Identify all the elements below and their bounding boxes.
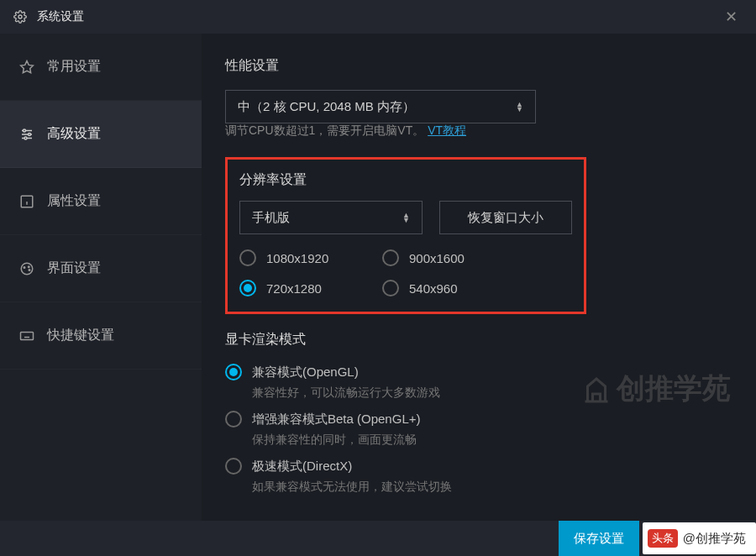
svg-point-11	[21, 263, 33, 275]
sliders-icon	[18, 126, 35, 143]
render-mode-label: 兼容模式(OpenGL)	[252, 365, 359, 380]
perf-select[interactable]: 中（2 核 CPU, 2048 MB 内存） ▲▼	[225, 90, 536, 123]
content-panel: 性能设置 中（2 核 CPU, 2048 MB 内存） ▲▼ 调节CPU数超过1…	[202, 34, 756, 521]
svg-point-6	[29, 133, 31, 135]
render-mode-label: 增强兼容模式Beta (OpenGL+)	[252, 412, 420, 427]
render-mode-desc: 如果兼容模式无法使用，建议尝试切换	[252, 480, 731, 495]
render-mode-0[interactable]: 兼容模式(OpenGL)	[225, 364, 731, 380]
render-mode-label: 极速模式(DirectX)	[252, 459, 352, 475]
sidebar-item-properties[interactable]: 属性设置	[0, 168, 202, 235]
svg-point-0	[18, 15, 22, 18]
svg-point-14	[29, 269, 30, 270]
sidebar-item-ui[interactable]: 界面设置	[0, 235, 202, 302]
radio-icon	[382, 280, 399, 296]
keyboard-icon	[18, 328, 35, 344]
palette-icon	[18, 260, 35, 277]
close-icon[interactable]: ✕	[718, 4, 744, 29]
star-icon	[18, 59, 35, 76]
resolution-highlight: 分辨率设置 手机版 ▲▼ 恢复窗口大小 1080x1920 900x1600	[225, 157, 586, 314]
info-icon	[18, 193, 35, 210]
radio-icon	[239, 280, 256, 296]
sidebar: 常用设置 高级设置 属性设置 界面设置 快捷键设置	[0, 34, 202, 521]
sidebar-item-label: 界面设置	[47, 260, 101, 277]
bottombar: 保存设置 头条 @创推学苑	[0, 521, 756, 556]
svg-point-13	[29, 266, 30, 268]
sidebar-item-label: 常用设置	[47, 58, 101, 76]
attribution-badge: 头条 @创推学苑	[643, 522, 756, 554]
render-mode-2[interactable]: 极速模式(DirectX)	[225, 458, 731, 475]
sidebar-item-label: 属性设置	[47, 192, 101, 210]
resolution-option-0[interactable]: 1080x1920	[239, 249, 382, 266]
radio-icon	[382, 249, 399, 266]
radio-icon	[225, 364, 242, 380]
restore-window-button[interactable]: 恢复窗口大小	[439, 201, 572, 234]
render-modes: 兼容模式(OpenGL) 兼容性好，可以流畅运行大多数游戏 增强兼容模式Beta…	[225, 364, 731, 495]
window-title: 系统设置	[37, 9, 84, 24]
resolution-mode-select[interactable]: 手机版 ▲▼	[239, 201, 423, 234]
vt-tutorial-link[interactable]: VT教程	[428, 123, 466, 137]
sidebar-item-label: 高级设置	[47, 125, 101, 143]
resolution-option-label: 900x1600	[409, 251, 465, 265]
resolution-option-3[interactable]: 540x960	[382, 280, 525, 296]
chevron-updown-icon: ▲▼	[516, 102, 523, 112]
svg-point-5	[24, 129, 26, 132]
resolution-options: 1080x1920 900x1600 720x1280 540x960	[239, 249, 572, 296]
radio-icon	[225, 458, 242, 475]
gear-icon	[12, 8, 29, 25]
radio-icon	[225, 411, 242, 427]
resolution-option-label: 540x960	[409, 281, 458, 296]
resolution-section-title: 分辨率设置	[239, 171, 572, 189]
save-button-label: 保存设置	[574, 531, 624, 547]
render-section-title: 显卡渲染模式	[225, 331, 731, 349]
restore-window-label: 恢复窗口大小	[468, 210, 543, 226]
render-mode-desc: 保持兼容性的同时，画面更流畅	[252, 433, 731, 448]
render-mode-desc: 兼容性好，可以流畅运行大多数游戏	[252, 386, 731, 401]
perf-hint: 调节CPU数超过1，需要开启电脑VT。 VT教程	[225, 123, 731, 139]
resolution-option-label: 720x1280	[266, 281, 322, 296]
resolution-option-label: 1080x1920	[266, 251, 328, 265]
perf-select-value: 中（2 核 CPU, 2048 MB 内存）	[238, 99, 415, 115]
svg-rect-15	[21, 332, 34, 339]
save-button[interactable]: 保存设置	[559, 521, 639, 556]
sidebar-item-shortcuts[interactable]: 快捷键设置	[0, 302, 202, 370]
perf-hint-text: 调节CPU数超过1，需要开启电脑VT。	[225, 123, 424, 137]
svg-marker-1	[21, 60, 34, 72]
sidebar-item-label: 快捷键设置	[47, 327, 114, 344]
titlebar: 系统设置 ✕	[0, 0, 756, 34]
resolution-option-2[interactable]: 720x1280	[239, 280, 382, 296]
sidebar-item-advanced[interactable]: 高级设置	[0, 101, 202, 168]
chevron-updown-icon: ▲▼	[402, 212, 410, 223]
perf-section-title: 性能设置	[225, 57, 731, 75]
svg-point-12	[24, 266, 25, 268]
radio-icon	[239, 249, 256, 266]
render-mode-1[interactable]: 增强兼容模式Beta (OpenGL+)	[225, 411, 731, 427]
badge-author: @创推学苑	[683, 531, 746, 547]
svg-point-7	[24, 137, 27, 139]
sidebar-item-common[interactable]: 常用设置	[0, 34, 202, 101]
badge-brand: 头条	[648, 529, 678, 548]
resolution-mode-value: 手机版	[252, 210, 290, 226]
resolution-option-1[interactable]: 900x1600	[382, 249, 525, 266]
